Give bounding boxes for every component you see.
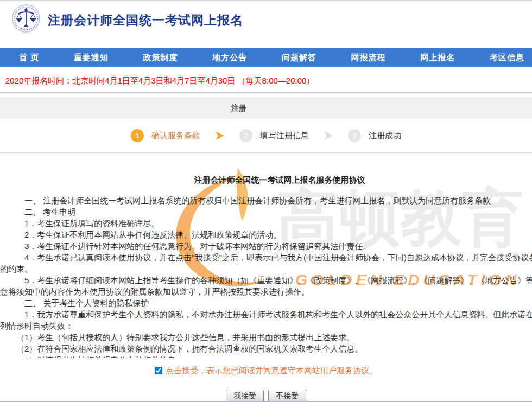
agreement-paragraph: 5．考生承诺将仔细阅读本网站上指导考生操作的各种须知（如《重要通知》、《政策制度… (0, 275, 532, 297)
agreement-paragraph: 2．考生保证不利用本网站从事任何违反法律、法规和政策规章的活动。 (0, 229, 532, 240)
nav-item-exam-area-info[interactable]: 考区信息 (490, 53, 524, 63)
register-section-bar: 注册 (0, 97, 532, 119)
agreement-document: 注册会计师全国统一考试网上报名服务使用协议 一、 注册会计师全国统一考试网上报名… (0, 153, 532, 358)
nav-item-home[interactable]: 首 页 (19, 53, 39, 63)
step-arrow-icon (214, 131, 225, 140)
agreement-section: 高顿教育 GOLDEN EDUCATION 注册会计师全国统一考试网上报名服务使… (0, 153, 532, 358)
step-1-label: 确认服务条款 (151, 131, 200, 141)
cicpa-logo-icon (12, 4, 40, 33)
page-title: 注册会计师全国统一考试网上报名 (48, 12, 243, 29)
nav-item-faq[interactable]: 问题解答 (282, 53, 316, 63)
nav-item-local-announcements[interactable]: 地方公告 (212, 53, 247, 63)
agreement-paragraph: （2）在符合国家相应法律和政策条例的情况下，拥有合法调查权的国家机关索取考生个人… (0, 343, 532, 354)
page: 注册会计师全国统一考试网上报名 首 页 重要通知 政策制度 地方公告 问题解答 … (0, 0, 532, 402)
accept-button[interactable]: 我接受 (226, 390, 264, 402)
step-2-badge: 2 (239, 129, 252, 142)
step-1-badge: 1 (131, 129, 144, 142)
agreement-paragraph: 1．我方承诺尊重和保护考生个人资料的隐私，不对承办注册会计师考试服务机构和考生个… (0, 309, 532, 331)
accept-label: 点击接受，表示您已阅读并同意遵守本网站用户服务协议。 (166, 366, 377, 376)
accept-checkbox[interactable] (155, 367, 162, 374)
agreement-paragraph: （1）考生（包括其授权的人）特别要求我方公开这些信息，并采用书面的形式提出上述要… (0, 331, 532, 343)
step-3-badge: 3 (348, 129, 361, 142)
step-arrow-icon (323, 131, 334, 140)
registration-steps: 1 确认服务条款 2 填写注册信息 3 注册成功 (0, 119, 532, 153)
step-success: 3 注册成功 (348, 129, 401, 142)
nav-item-registration-process[interactable]: 网报流程 (351, 53, 386, 63)
nav-item-policies[interactable]: 政策制度 (143, 53, 178, 63)
nav-item-important-notices[interactable]: 重要通知 (74, 53, 109, 63)
step-confirm-terms: 1 确认服务条款 (131, 129, 200, 142)
agreement-paragraph: 4．考生承诺已认真阅读本使用协议，并在点击"我接受"之后，即表示已与我方(中国注… (0, 252, 532, 275)
site-header: 注册会计师全国统一考试网上报名 (0, 1, 532, 48)
agreement-paragraph: 1．考生保证所填写的资料准确详尽。 (0, 218, 532, 229)
step-2-label: 填写注册信息 (260, 131, 309, 141)
agreement-paragraph: 三、 关于考生个人资料的隐私保护 (0, 297, 532, 309)
register-section-title: 注册 (0, 97, 478, 119)
nav-item-online-registration[interactable]: 网上报名 (420, 53, 455, 63)
step-3-label: 注册成功 (369, 131, 401, 141)
action-buttons: 我接受 不接受 (0, 390, 532, 402)
agreement-paragraph: 一、 注册会计师全国统一考试网上报名系统的所有权归中国注册会计师协会所有，考生进… (0, 195, 532, 206)
agreement-paragraph: （3）对违规考生按相关规定公布其相关信息。 (0, 354, 532, 358)
agreement-paragraph: 3．考生保证不进行针对本网站的任何恶意行为。对于破坏本网站的行为将保留追究其法律… (0, 240, 532, 252)
accept-terms-row: 点击接受，表示您已阅读并同意遵守本网站用户服务协议。 (0, 365, 532, 377)
decline-button[interactable]: 不接受 (268, 390, 306, 402)
notice-text: 2020年报名时间：北京时间4月1日至4月3日和4月7日至4月30日 （每天8:… (5, 76, 314, 85)
main-nav: 首 页 重要通知 政策制度 地方公告 问题解答 网报流程 网上报名 考区信息 (0, 48, 532, 67)
agreement-paragraph: 二、 考生申明 (0, 206, 532, 218)
step-fill-info: 2 填写注册信息 (239, 129, 309, 142)
registration-time-notice: 2020年报名时间：北京时间4月1日至4月3日和4月7日至4月30日 （每天8:… (0, 69, 532, 93)
agreement-title: 注册会计师全国统一考试网上报名服务使用协议 (0, 175, 532, 186)
